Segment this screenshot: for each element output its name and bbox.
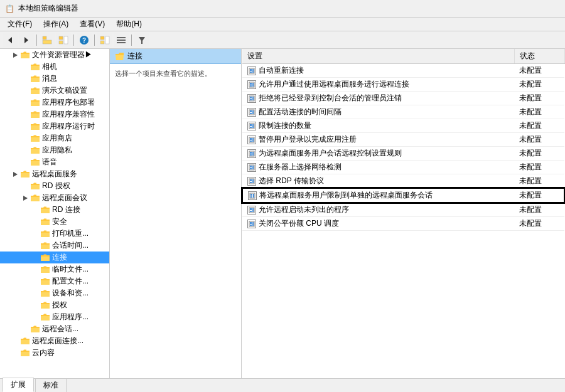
back-button[interactable] bbox=[3, 33, 18, 47]
menu-action[interactable]: 操作(A) bbox=[38, 18, 73, 31]
policy-name: 限制连接的数量 bbox=[242, 119, 514, 133]
tree-item-app-runtime[interactable]: 应用程序运行时 bbox=[0, 120, 109, 132]
filter-button[interactable] bbox=[134, 33, 149, 47]
tree-label-temp-folder: 临时文件... bbox=[52, 264, 89, 275]
tree-item-cloud-content[interactable]: 云内容 bbox=[0, 347, 109, 359]
policy-icon bbox=[247, 220, 256, 228]
toolbar-b2[interactable] bbox=[114, 33, 129, 47]
tree-item-connection[interactable]: 连接 bbox=[0, 252, 109, 263]
tree-item-app-deploy[interactable]: 应用程序包部署 bbox=[0, 97, 109, 109]
svg-rect-4 bbox=[59, 36, 63, 40]
tree-item-app-compat[interactable]: 应用程序兼容性 bbox=[0, 109, 109, 120]
tree-item-device-resource[interactable]: 设备和资... bbox=[0, 287, 109, 299]
tree-label-remote-desktop-conn: 远程桌面连接... bbox=[32, 336, 83, 346]
svg-rect-34 bbox=[41, 233, 50, 237]
table-row[interactable]: 允许用户通过使用远程桌面服务进行远程连接未配置 bbox=[242, 78, 564, 92]
svg-rect-10 bbox=[100, 41, 104, 44]
table-row[interactable]: 配置活动连接的时间间隔未配置 bbox=[242, 105, 564, 119]
title-bar-icon: 📋 bbox=[5, 4, 14, 13]
svg-marker-0 bbox=[8, 37, 12, 43]
tree-item-rd-auth[interactable]: RD 授权 bbox=[0, 180, 109, 192]
svg-rect-56 bbox=[250, 99, 252, 100]
tree-item-print-redirect[interactable]: 打印机重... bbox=[0, 228, 109, 240]
tree-item-app-store[interactable]: 应用商店 bbox=[0, 132, 109, 144]
menu-view[interactable]: 查看(V) bbox=[75, 18, 110, 31]
tree-item-remote-sessions[interactable]: 远程桌面会议 bbox=[0, 192, 109, 204]
policy-name: 允许远程启动未列出的程序 bbox=[242, 203, 514, 217]
tree-item-temp-folder[interactable]: 临时文件... bbox=[0, 263, 109, 275]
tree-item-auth2[interactable]: 授权 bbox=[0, 299, 109, 311]
show-tree-button[interactable] bbox=[40, 33, 55, 47]
policy-status: 未配置 bbox=[514, 92, 564, 105]
tree-label-app2: 应用程序... bbox=[52, 312, 89, 322]
policy-setting-label: 拒绝将已经登录到控制台会活的管理员注销 bbox=[259, 93, 402, 103]
table-row[interactable]: 限制连接的数量未配置 bbox=[242, 119, 564, 133]
policy-status: 未配置 bbox=[514, 203, 564, 217]
table-row[interactable]: 为远程桌面服务用户会话远程控制设置规则未配置 bbox=[242, 147, 564, 161]
svg-rect-86 bbox=[250, 208, 252, 210]
tree-item-remote-desktop-conn[interactable]: 远程桌面连接... bbox=[0, 335, 109, 347]
tree-item-session-time[interactable]: 会话时间... bbox=[0, 240, 109, 252]
policy-name: 暂停用户登录以完成应用注册 bbox=[242, 133, 514, 147]
tab-standard[interactable]: 标准 bbox=[35, 378, 67, 392]
policy-setting-label: 限制连接的数量 bbox=[259, 120, 311, 131]
table-row[interactable]: 拒绝将已经登录到控制台会活的管理员注销未配置 bbox=[242, 92, 564, 105]
svg-rect-60 bbox=[250, 113, 252, 114]
menu-help[interactable]: 帮助(H) bbox=[111, 18, 147, 31]
svg-rect-3 bbox=[43, 40, 51, 44]
policy-status: 未配置 bbox=[514, 217, 564, 231]
table-row[interactable]: 自动重新连接未配置 bbox=[242, 64, 564, 78]
tab-expand[interactable]: 扩展 bbox=[3, 378, 34, 392]
table-row[interactable]: 选择 RDP 传输协议未配置 bbox=[242, 174, 564, 189]
policy-status: 未配置 bbox=[514, 174, 564, 189]
tree-item-security[interactable]: 安全 bbox=[0, 216, 109, 228]
svg-rect-2 bbox=[43, 36, 46, 40]
policy-icon bbox=[247, 163, 256, 172]
tree-item-camera[interactable]: 相机 bbox=[0, 61, 109, 73]
tree-label-remote-sessions: 远程桌面会议 bbox=[42, 193, 87, 203]
view-button[interactable] bbox=[56, 33, 71, 47]
svg-rect-13 bbox=[117, 40, 126, 41]
help-button[interactable]: ? bbox=[77, 33, 92, 47]
tree-item-rd-connect[interactable]: RD 连接 bbox=[0, 204, 109, 216]
table-row[interactable]: 在服务器上选择网络检测未配置 bbox=[242, 161, 564, 174]
policy-setting-label: 暂停用户登录以完成应用注册 bbox=[259, 134, 357, 145]
toolbar-b1[interactable] bbox=[97, 33, 112, 47]
tree-item-app2[interactable]: 应用程序... bbox=[0, 311, 109, 323]
policy-status: 未配置 bbox=[514, 133, 564, 147]
svg-marker-16 bbox=[13, 53, 18, 58]
tree-item-config-file[interactable]: 配置文件... bbox=[0, 275, 109, 287]
svg-rect-41 bbox=[41, 316, 50, 320]
tree-item-message[interactable]: 消息 bbox=[0, 73, 109, 85]
menu-file[interactable]: 文件(F) bbox=[3, 18, 37, 31]
folder-open-icon bbox=[115, 52, 125, 61]
table-row[interactable]: 将远程桌面服务用户限制到单独的远程桌面服务会话未配置 bbox=[242, 188, 564, 203]
tree-item-app-privacy[interactable]: 应用隐私 bbox=[0, 144, 109, 156]
tree-item-file-manager[interactable]: 文件资源管理器▶ bbox=[0, 49, 109, 61]
svg-rect-19 bbox=[31, 78, 40, 82]
svg-rect-39 bbox=[41, 292, 50, 297]
table-row[interactable]: 暂停用户登录以完成应用注册未配置 bbox=[242, 133, 564, 147]
svg-rect-11 bbox=[105, 36, 109, 44]
tree-item-remote-desktop[interactable]: 远程桌面服务 bbox=[0, 168, 109, 180]
tree-label-app-compat: 应用程序兼容性 bbox=[42, 109, 95, 120]
table-row[interactable]: 关闭公平份额 CPU 调度未配置 bbox=[242, 217, 564, 231]
svg-rect-52 bbox=[250, 85, 252, 87]
tree-label-file-manager: 文件资源管理器▶ bbox=[32, 50, 92, 60]
svg-rect-24 bbox=[31, 137, 40, 142]
svg-rect-58 bbox=[250, 110, 252, 112]
policy-setting-label: 允许远程启动未列出的程序 bbox=[259, 204, 349, 215]
svg-rect-64 bbox=[250, 127, 252, 128]
policy-setting-label: 允许用户通过使用远程桌面服务进行远程连接 bbox=[259, 79, 409, 90]
table-row[interactable]: 允许远程启动未列出的程序未配置 bbox=[242, 203, 564, 217]
svg-marker-1 bbox=[24, 37, 28, 43]
policy-status: 未配置 bbox=[514, 78, 564, 92]
tree-item-language[interactable]: 语音 bbox=[0, 156, 109, 168]
policy-name: 为远程桌面服务用户会话远程控制设置规则 bbox=[242, 147, 514, 161]
tree-label-language: 语音 bbox=[42, 157, 57, 167]
svg-rect-47 bbox=[252, 69, 254, 73]
toolbar-sep4 bbox=[131, 34, 132, 46]
tree-item-demo-settings[interactable]: 演示文稿设置 bbox=[0, 85, 109, 97]
forward-button[interactable] bbox=[19, 33, 34, 47]
tree-item-remote-session2[interactable]: 远程会话... bbox=[0, 323, 109, 335]
